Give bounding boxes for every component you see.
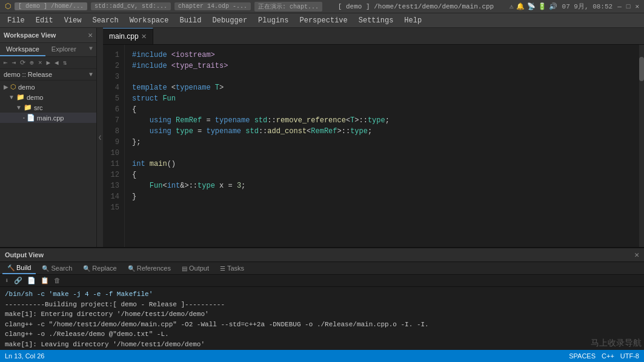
- tree-expand-icon-3: ▼: [16, 104, 22, 111]
- editor-tab-main-cpp[interactable]: main.cpp ✕: [103, 28, 153, 44]
- window-close[interactable]: ✕: [635, 2, 639, 10]
- output-icon: ▤: [182, 265, 187, 272]
- file-icon-main: 📄: [27, 114, 35, 122]
- output-header: Output View ✕: [0, 248, 644, 262]
- output-toolbar-btn-1[interactable]: ⬇: [4, 276, 10, 285]
- output-tab-tasks[interactable]: ☰ Tasks: [215, 263, 249, 274]
- output-tab-search[interactable]: 🔍 Search: [37, 263, 77, 274]
- menu-search[interactable]: Search: [87, 15, 123, 26]
- tree-expand-icon: ▶: [4, 84, 8, 90]
- window-minimize[interactable]: —: [617, 3, 622, 10]
- menu-view[interactable]: View: [59, 15, 87, 26]
- output-toolbar-btn-3[interactable]: 📄: [26, 276, 37, 285]
- tree-item-main-cpp[interactable]: • 📄 main.cpp: [0, 113, 96, 123]
- editor-tab-close-icon[interactable]: ✕: [141, 33, 147, 41]
- tree-demo-label: demo: [27, 94, 44, 101]
- titlebar-tab-1[interactable]: [ demo ] /home/...: [15, 2, 87, 10]
- menu-workspace[interactable]: Workspace: [125, 15, 174, 26]
- project-dropdown[interactable]: demo :: Release ▼: [0, 69, 96, 81]
- tab-explorer[interactable]: Explorer: [45, 43, 82, 56]
- editor-scrollbar[interactable]: [639, 45, 644, 247]
- menu-perspective[interactable]: Perspective: [295, 15, 353, 26]
- output-tab-search-label: Search: [51, 265, 72, 272]
- statusbar-language: C++: [602, 352, 614, 360]
- menu-help[interactable]: Help: [399, 15, 427, 26]
- titlebar-filepath: [ demo ] /home/test1/demo/demo/main.cpp: [338, 3, 494, 10]
- titlebar-icons: ⚠🔔📡🔋🔊: [510, 2, 557, 10]
- statusbar-encoding: UTF-8: [620, 352, 639, 360]
- titlebar-tab-3[interactable]: chapter 14.odp -...: [174, 2, 251, 10]
- toolbar-btn-1[interactable]: ⇤: [2, 58, 9, 67]
- output-line-7: ====0 errors, 0 warnings====: [5, 349, 639, 350]
- toolbar-btn-2[interactable]: ⇥: [11, 58, 18, 67]
- references-icon: 🔍: [128, 265, 135, 272]
- output-close-btn[interactable]: ✕: [634, 250, 639, 260]
- code-editor[interactable]: 12345 678910 1112131415 #include <iostre…: [103, 45, 644, 247]
- replace-icon: 🔍: [83, 265, 90, 272]
- toolbar-btn-7[interactable]: ◀: [53, 58, 60, 67]
- toolbar-btn-3[interactable]: ⟳: [19, 58, 27, 67]
- menu-edit[interactable]: Edit: [31, 15, 58, 26]
- panel-toolbar: ⇤ ⇥ ⟳ ⊕ × ▶ ◀ ⇅: [0, 57, 96, 69]
- dropdown-arrow-icon: ▼: [89, 71, 93, 78]
- output-tab-replace-label: Replace: [92, 265, 116, 272]
- output-tab-references-label: References: [137, 265, 171, 272]
- output-line-6: make[1]: Leaving directory '/home/test1/…: [5, 340, 639, 350]
- workspace-panel-close-btn[interactable]: ✕: [88, 30, 93, 40]
- editor-tab-label: main.cpp: [109, 32, 139, 41]
- titlebar-time: 07 9月, 08:52: [562, 2, 613, 11]
- code-content[interactable]: #include <iostream> #include <type_trait…: [125, 45, 639, 247]
- output-line-4: clang++ -c "/home/test1/demo/demo/main.c…: [5, 320, 639, 330]
- output-tab-tasks-label: Tasks: [227, 265, 244, 272]
- window-maximize[interactable]: □: [626, 3, 631, 10]
- titlebar-tab-2[interactable]: std::add_cv, std:...: [91, 2, 171, 10]
- output-line-2: ----------Building project:[ demo - Rele…: [5, 300, 639, 310]
- menu-settings[interactable]: Settings: [354, 15, 399, 26]
- output-line-1: /bin/sh -c 'make -j 4 -e -f Makefile': [5, 289, 639, 300]
- scrollbar-thumb[interactable]: [639, 57, 644, 81]
- menu-debugger[interactable]: Debugger: [207, 15, 252, 26]
- tree-expand-icon-2: ▼: [8, 94, 15, 100]
- menu-file[interactable]: File: [2, 15, 30, 26]
- toolbar-btn-4[interactable]: ⊕: [28, 58, 35, 67]
- toolbar-btn-8[interactable]: ⇅: [62, 58, 68, 67]
- statusbar-indentation: SPACES: [569, 352, 596, 360]
- menu-plugins[interactable]: Plugins: [253, 15, 293, 26]
- output-toolbar-btn-5[interactable]: 🗑: [53, 276, 62, 285]
- output-tab-replace[interactable]: 🔍 Replace: [78, 263, 121, 274]
- folder-icon-1: 📁: [16, 93, 25, 101]
- output-tab-output-label: Output: [189, 265, 209, 272]
- tree-item-demo-folder[interactable]: ▼ 📁 demo: [0, 92, 96, 102]
- tree-item-src-folder[interactable]: ▼ 📁 src: [0, 102, 96, 113]
- output-content: /bin/sh -c 'make -j 4 -e -f Makefile' --…: [0, 287, 644, 350]
- toolbar-btn-5[interactable]: ×: [37, 59, 44, 67]
- sidebar: Workspace View ✕ Workspace Explorer ▼ ⇤ …: [0, 28, 97, 247]
- titlebar-tab-4[interactable]: 正在演示: chapt...: [254, 2, 322, 12]
- main-area: Workspace View ✕ Workspace Explorer ▼ ⇤ …: [0, 28, 644, 247]
- collapse-arrow-icon: ❮: [98, 134, 102, 141]
- panel-tabs-arrow[interactable]: ▼: [85, 43, 96, 56]
- editor-area: main.cpp ✕ 12345 678910 1112131415 #incl…: [103, 28, 644, 247]
- statusbar: Ln 13, Col 26 SPACES C++ UTF-8: [0, 350, 644, 362]
- menubar: File Edit View Search Workspace Build De…: [0, 13, 644, 28]
- output-tab-build[interactable]: 🔨 Build: [2, 262, 36, 274]
- workspace-icon: ⬡: [10, 83, 16, 91]
- tree-item-workspace[interactable]: ▶ ⬡ demo: [0, 82, 96, 92]
- output-tab-output[interactable]: ▤ Output: [177, 263, 214, 274]
- toolbar-btn-6[interactable]: ▶: [45, 58, 51, 67]
- output-toolbar-btn-4[interactable]: 📋: [39, 276, 50, 285]
- statusbar-left: Ln 13, Col 26: [5, 352, 44, 360]
- file-dot-icon: •: [23, 115, 25, 120]
- output-tab-references[interactable]: 🔍 References: [123, 263, 176, 274]
- output-toolbar-btn-2[interactable]: 🔗: [13, 276, 24, 285]
- output-tab-build-label: Build: [16, 264, 31, 271]
- tab-workspace[interactable]: Workspace: [0, 43, 45, 56]
- titlebar: ⬡ [ demo ] /home/... std::add_cv, std:..…: [0, 0, 644, 13]
- menu-build[interactable]: Build: [174, 15, 206, 26]
- tree-src-label: src: [34, 104, 43, 111]
- file-tree: ▶ ⬡ demo ▼ 📁 demo ▼ 📁 src • 📄 main.cpp: [0, 81, 96, 247]
- output-toolbar: ⬇ 🔗 📄 📋 🗑: [0, 275, 644, 287]
- collapse-handle[interactable]: ❮: [97, 28, 103, 247]
- titlebar-tabs: ⬡ [ demo ] /home/... std::add_cv, std:..…: [5, 2, 322, 12]
- editor-tabs: main.cpp ✕: [103, 28, 644, 45]
